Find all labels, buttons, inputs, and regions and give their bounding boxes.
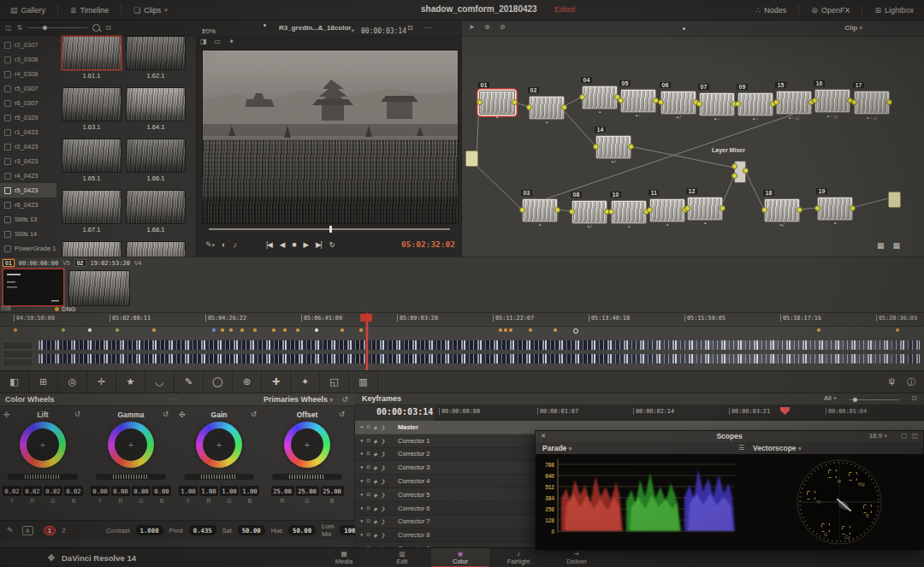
reset-icon[interactable]: ↺ bbox=[163, 410, 169, 418]
corrector-node[interactable]: 18 bbox=[764, 198, 800, 222]
camera-raw-icon[interactable]: ◧ bbox=[0, 371, 29, 393]
tab-color[interactable]: ◉Color bbox=[431, 548, 489, 567]
scrubber-handle[interactable] bbox=[329, 226, 332, 233]
stereo-icon[interactable]: ▥ bbox=[349, 371, 378, 393]
motion-effects-icon[interactable]: ★ bbox=[116, 371, 145, 393]
checkbox-icon[interactable] bbox=[4, 173, 11, 180]
still-thumb[interactable]: 1.62.1 bbox=[126, 36, 187, 80]
loop-button[interactable]: ↻ bbox=[329, 240, 335, 249]
color-match-icon[interactable]: ⊞ bbox=[29, 371, 58, 393]
go-start-button[interactable]: |◀ bbox=[266, 240, 272, 249]
still-thumb[interactable]: 1.68.1 bbox=[126, 190, 187, 233]
album-item[interactable]: r5_0329 bbox=[0, 110, 56, 125]
keyframe-zoom-slider[interactable] bbox=[850, 399, 899, 400]
album-item[interactable]: PowerGrade 1 bbox=[0, 241, 56, 256]
node-tree-output[interactable] bbox=[888, 192, 901, 208]
info-icon[interactable]: ⓘ bbox=[907, 376, 915, 388]
timeline-button[interactable]: ≣ Timeline bbox=[63, 0, 116, 21]
wheels-mode-select[interactable]: Primaries Wheels ▾ bbox=[264, 395, 333, 404]
reset-all-icon[interactable]: ↺ bbox=[341, 395, 348, 404]
offset-master-slider[interactable] bbox=[272, 474, 342, 480]
lift-wheel[interactable] bbox=[20, 422, 66, 468]
checkbox-icon[interactable] bbox=[4, 115, 11, 121]
auto-icon[interactable]: A bbox=[22, 526, 33, 535]
monitor-icon[interactable]: ▦ bbox=[892, 241, 900, 250]
nodes-button[interactable]: ∴ Nodes bbox=[749, 0, 794, 21]
still-thumb[interactable]: 1.63.1 bbox=[62, 87, 123, 131]
corrector-node[interactable]: 04 bbox=[582, 86, 618, 109]
qualifier-icon[interactable]: ✎ bbox=[175, 371, 204, 393]
tracker-icon[interactable]: ✚ bbox=[262, 371, 291, 393]
checkbox-icon[interactable] bbox=[4, 42, 11, 49]
scope-options-icon[interactable]: ☰ bbox=[738, 444, 744, 452]
image-wipe-icon[interactable]: ◨ bbox=[200, 38, 207, 45]
slider-handle[interactable] bbox=[853, 398, 857, 402]
clip-number-badge[interactable]: 02 bbox=[74, 259, 86, 267]
power-window-icon[interactable]: ◯ bbox=[204, 371, 233, 393]
stills-view-icon[interactable]: ◫ bbox=[5, 24, 12, 32]
layer-mixer-node[interactable] bbox=[734, 161, 746, 183]
page-dots[interactable]: ∙ ∙ ∙ bbox=[168, 395, 177, 403]
album-item[interactable]: r6_0423 bbox=[0, 198, 56, 212]
playhead-handle[interactable] bbox=[360, 314, 372, 322]
album-item[interactable]: r4_0308 bbox=[0, 67, 56, 81]
viewer-video[interactable] bbox=[202, 50, 459, 224]
corrector-node[interactable]: 15 bbox=[776, 91, 812, 115]
corrector-node[interactable]: 14 bbox=[595, 135, 631, 159]
value-box[interactable]: 0.02 bbox=[23, 486, 42, 496]
stop-button[interactable]: ■ bbox=[292, 240, 295, 249]
node-tree-icon[interactable]: ψ bbox=[889, 376, 895, 388]
corrector-node[interactable]: 03 bbox=[522, 198, 558, 222]
video-track-1[interactable] bbox=[38, 340, 920, 350]
value-box[interactable]: 0.00 bbox=[91, 486, 110, 496]
album-item[interactable]: r1_0423 bbox=[0, 125, 56, 139]
key-icon[interactable]: ✦ bbox=[291, 371, 320, 393]
parade-mode-select[interactable]: Parade ▾ bbox=[542, 444, 572, 452]
corrector-node[interactable]: 12 bbox=[687, 197, 723, 221]
gallery-button[interactable]: ▤ Gallery bbox=[3, 0, 52, 21]
monitor-icon[interactable]: ▦ bbox=[877, 241, 885, 250]
gamma-master-slider[interactable] bbox=[96, 474, 166, 480]
album-item[interactable]: r3_0308 bbox=[0, 52, 56, 67]
still-thumb[interactable]: 1.67.1 bbox=[62, 190, 123, 233]
expand-icon[interactable]: ⊡ bbox=[407, 24, 413, 32]
album-item[interactable]: r6_0307 bbox=[0, 96, 56, 110]
corrector-node[interactable]: 16 bbox=[814, 89, 850, 113]
letterbox-icon[interactable]: ▭ bbox=[215, 38, 222, 45]
go-end-button[interactable]: ▶| bbox=[316, 240, 322, 249]
corrector-node[interactable]: 11 bbox=[649, 198, 685, 222]
color-wheels-icon[interactable]: ◎ bbox=[58, 371, 87, 393]
chevron-down-icon[interactable]: ▾ bbox=[361, 27, 364, 34]
value-box[interactable]: 1.00 bbox=[179, 486, 198, 496]
corrector-node[interactable]: 07 bbox=[699, 92, 735, 116]
value-box[interactable]: 0.02 bbox=[44, 486, 62, 496]
checkbox-icon[interactable] bbox=[4, 129, 11, 136]
value-box[interactable]: 1.00 bbox=[199, 486, 218, 496]
still-thumb[interactable]: 1.66.1 bbox=[126, 139, 187, 182]
blur-icon[interactable]: ⊛ bbox=[233, 371, 262, 393]
audio-icon[interactable]: ♪ bbox=[234, 240, 238, 249]
sizing-icon[interactable]: ◱ bbox=[320, 371, 349, 393]
checkbox-icon[interactable] bbox=[4, 245, 11, 252]
clip-thumbnail[interactable] bbox=[68, 270, 130, 306]
corrector-node[interactable]: 06 bbox=[660, 91, 696, 115]
keyframe-ruler[interactable]: 00:00:00:00 00:00:01:07 00:00:02:14 00:0… bbox=[435, 405, 924, 421]
hue-value[interactable]: 50.00 bbox=[288, 525, 316, 535]
single-view-icon[interactable]: ▢ bbox=[901, 432, 908, 440]
still-thumb[interactable]: 1.64.1 bbox=[126, 87, 187, 131]
viewer-scrubber[interactable] bbox=[209, 228, 450, 230]
enhanced-view-icon[interactable]: ✦ bbox=[228, 38, 234, 45]
gain-master-slider[interactable] bbox=[184, 474, 254, 480]
album-item[interactable]: r5_0307 bbox=[0, 81, 56, 96]
album-item-selected[interactable]: r5_0423 bbox=[0, 183, 56, 198]
step-back-button[interactable]: ◀ bbox=[280, 240, 285, 249]
checkbox-icon[interactable] bbox=[4, 187, 11, 194]
album-item[interactable]: r2_0307 bbox=[0, 38, 56, 52]
expand-icon[interactable]: ⊡ bbox=[911, 394, 917, 402]
corrector-node[interactable]: 09 bbox=[737, 92, 773, 116]
album-item[interactable]: Stills 13 bbox=[0, 212, 56, 227]
value-box[interactable]: 0.00 bbox=[152, 486, 171, 496]
corrector-node[interactable]: 01 bbox=[479, 91, 515, 115]
reset-icon[interactable]: ↺ bbox=[74, 410, 80, 418]
album-item[interactable]: r2_0423 bbox=[0, 139, 56, 154]
